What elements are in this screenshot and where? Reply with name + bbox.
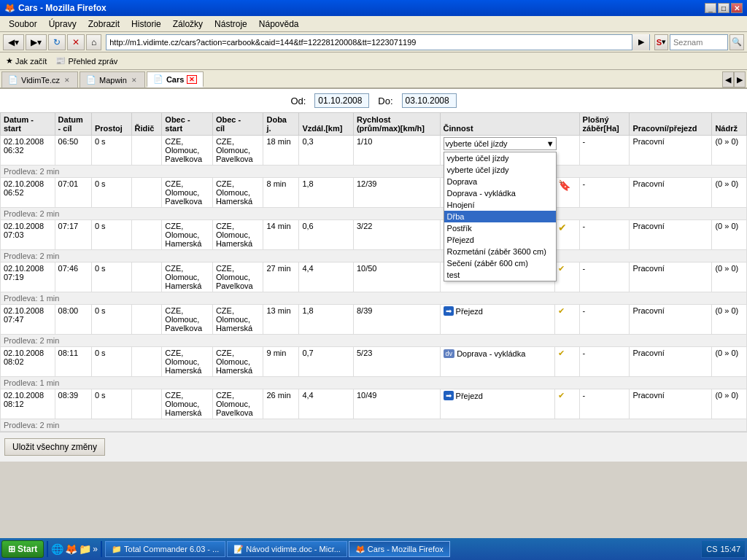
col-cinnost: Činnost <box>440 113 579 136</box>
cell-obec-cil: CZE,Olomouc,Hamerská <box>212 305 263 335</box>
checkmark-icon: 🔖 <box>558 179 570 191</box>
cell-pracovni: Pracovní <box>630 305 712 335</box>
cinnost-dropdown-container[interactable]: vyberte účel jízdy ▼ vyberte účel jízdy … <box>444 137 557 150</box>
maximize-button[interactable]: □ <box>718 3 729 13</box>
tab-cars-close[interactable]: ✕ <box>187 75 197 84</box>
cell-vzdal: 1,8 <box>299 178 354 208</box>
search-input[interactable] <box>670 34 728 50</box>
search-engine-button[interactable]: S▾ <box>654 34 668 50</box>
prodleva-row: Prodleva: 2 min <box>1 335 747 347</box>
forward-button[interactable]: ▶▾ <box>26 34 47 50</box>
option-doprava[interactable]: Doprava <box>444 176 556 187</box>
od-input[interactable] <box>314 93 369 108</box>
search-submit-button[interactable]: 🔍 <box>729 34 744 50</box>
col-obec-cil: Obec -cíl <box>212 113 263 136</box>
do-input[interactable] <box>402 93 457 108</box>
title-bar-left: 🦊 Cars - Mozilla Firefox <box>4 3 107 13</box>
cell-datum-cil: 07:17 <box>55 220 91 250</box>
option-drba[interactable]: Dřba <box>444 211 556 222</box>
cinnost-dropdown-list[interactable]: vyberte účel jízdy vyberte účel jízdy Do… <box>444 152 557 281</box>
quick-launch-ie[interactable]: 🌐 <box>51 543 63 555</box>
tab-scroll-left[interactable]: ◀ <box>722 71 734 88</box>
table-row: 02.10.200806:52 07:01 0 s CZE,Olomouc,Pa… <box>1 178 747 208</box>
taskbar-app-word[interactable]: 📝 Návod vidimte.doc - Micr... <box>227 541 347 557</box>
cell-prostoj: 0 s <box>91 305 131 335</box>
menu-napoveda[interactable]: Nápověda <box>253 18 305 31</box>
cell-vzdal: 0,6 <box>299 220 354 250</box>
tab-scroll: ◀ ▶ <box>722 71 746 88</box>
cinnost-select[interactable]: vyberte účel jízdy ▼ <box>444 137 557 150</box>
taskbar: ⊞ Start 🌐 🦊 📁 » 📁 Total Commander 6.03 -… <box>0 538 747 560</box>
checkmark-icon: ✔ <box>558 391 565 400</box>
bookmarks-bar: ★ Jak začít 📰 Přehled zpráv <box>0 52 747 70</box>
cell-datum-start: 02.10.200807:19 <box>1 262 55 292</box>
cell-doba: 26 min <box>263 389 299 419</box>
option-hnojeni[interactable]: Hnojení <box>444 199 556 211</box>
option-postrik[interactable]: Postřík <box>444 222 556 234</box>
tab-vidimte[interactable]: 📄 VidimTe.cz ✕ <box>1 71 78 88</box>
tab-vidimte-close[interactable]: ✕ <box>63 77 71 84</box>
reload-button[interactable]: ↻ <box>48 34 66 50</box>
option-test[interactable]: test <box>444 269 556 281</box>
bookmark-jak-zacit[interactable]: ★ Jak začít <box>3 55 50 67</box>
quick-launch-more[interactable]: » <box>93 544 98 554</box>
checkmark-icon: ✔ <box>558 306 565 315</box>
totalcommander-label: Total Commander 6.03 - ... <box>124 545 219 553</box>
option-vyberte2[interactable]: vyberte účel jízdy <box>444 164 556 176</box>
stop-button[interactable]: ✕ <box>67 34 85 50</box>
taskbar-apps: 📁 Total Commander 6.03 - ... 📝 Návod vid… <box>105 541 700 557</box>
option-prejezd[interactable]: Přejezd <box>444 234 556 246</box>
option-vyberte[interactable]: vyberte účel jízdy <box>444 152 556 164</box>
bookmark-prehled-zprav[interactable]: 📰 Přehled zpráv <box>53 55 120 67</box>
search-logo: S <box>657 38 662 47</box>
menu-zobrazit[interactable]: Zobrazit <box>82 18 125 31</box>
tab-mapwin[interactable]: 📄 Mapwin ✕ <box>80 71 145 88</box>
menu-soubor[interactable]: Soubor <box>3 18 43 31</box>
address-input[interactable] <box>107 38 632 47</box>
cell-cinnost-with-icon: ➡ Přejezd <box>440 389 554 419</box>
quick-launch: 🌐 🦊 📁 » <box>51 543 98 555</box>
home-button[interactable]: ⌂ <box>86 34 101 50</box>
cell-doba: 13 min <box>263 305 299 335</box>
cell-ridic <box>131 220 162 250</box>
cell-ridic <box>131 136 162 166</box>
quick-launch-extra[interactable]: 📁 <box>79 543 91 555</box>
cell-cinnost-dropdown[interactable]: vyberte účel jízdy ▼ vyberte účel jízdy … <box>440 136 579 166</box>
cell-nadrz: (0 » 0) <box>712 178 747 208</box>
date-filter: Od: Do: <box>0 89 747 112</box>
cell-pracovni: Pracovní <box>630 136 712 166</box>
col-obec-start: Obec -start <box>162 113 213 136</box>
save-all-button[interactable]: Uložit všechny změny <box>4 438 105 456</box>
menu-zalozky[interactable]: Záložky <box>167 18 209 31</box>
tab-mapwin-close[interactable]: ✕ <box>130 77 139 84</box>
close-button[interactable]: ✕ <box>731 3 743 13</box>
cell-datum-start: 02.10.200808:02 <box>1 347 55 377</box>
option-rozmetani[interactable]: Rozmetání (záběr 3600 cm) <box>444 246 556 257</box>
address-bar[interactable]: ▶ <box>106 34 649 50</box>
taskbar-app-firefox[interactable]: 🦊 Cars - Mozilla Firefox <box>349 541 450 557</box>
option-seceni[interactable]: Sečení (záběr 600 cm) <box>444 257 556 269</box>
back-button[interactable]: ◀▾ <box>3 34 24 50</box>
menu-upravy[interactable]: Úpravy <box>43 18 82 31</box>
quick-launch-ff[interactable]: 🦊 <box>65 543 77 555</box>
option-doprava-vykladka[interactable]: Doprava - vykládka <box>444 187 556 199</box>
prodleva-row: Prodleva: 1 min <box>1 292 747 305</box>
cell-cinnost-check: ✔ <box>554 347 579 377</box>
cell-obec-cil: CZE,Olomouc,Pavelkova <box>212 389 263 419</box>
cell-ridic <box>131 305 162 335</box>
cell-datum-cil: 07:46 <box>55 262 91 292</box>
tab-scroll-right[interactable]: ▶ <box>734 71 746 88</box>
go-button[interactable]: ▶ <box>632 34 649 50</box>
minimize-button[interactable]: _ <box>705 3 716 13</box>
start-button[interactable]: ⊞ Start <box>1 540 44 558</box>
data-table: Datum -start Datum- cíl Prostoj Řidič Ob… <box>0 112 747 432</box>
menu-historie[interactable]: Historie <box>125 18 167 31</box>
menu-nastroje[interactable]: Nástroje <box>209 18 253 31</box>
taskbar-app-totalcommander[interactable]: 📁 Total Commander 6.03 - ... <box>105 541 225 557</box>
cell-ridic <box>131 347 162 377</box>
cell-ridic <box>131 262 162 292</box>
table-scroll-area[interactable]: Datum -start Datum- cíl Prostoj Řidič Ob… <box>0 112 747 462</box>
tab-cars[interactable]: 📄 Cars ✕ <box>147 71 204 88</box>
table-row: 02.10.200807:47 08:00 0 s CZE,Olomouc,Pa… <box>1 305 747 335</box>
col-vzdal: Vzdál.[km] <box>299 113 354 136</box>
